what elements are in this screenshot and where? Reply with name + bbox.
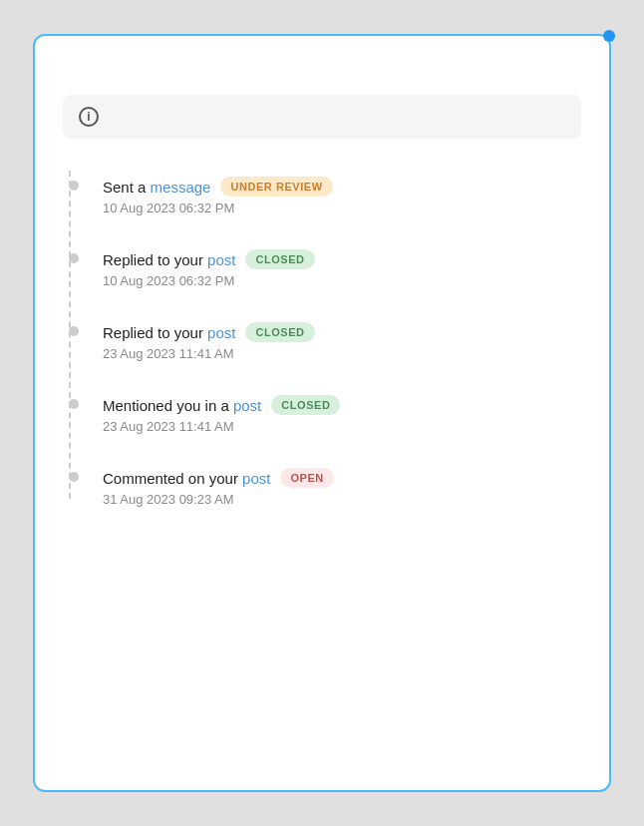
item-timestamp: 23 Aug 2023 11:41 AM — [103, 419, 581, 434]
item-text-prefix: Mentioned you in a post — [103, 397, 261, 414]
status-badge: CLOSED — [245, 322, 314, 342]
timeline-item: Mentioned you in a post CLOSED 23 Aug 20… — [83, 381, 581, 454]
item-row: Commented on your post OPEN — [103, 468, 581, 488]
item-row: Mentioned you in a post CLOSED — [103, 395, 581, 415]
timeline-item: Commented on your post OPEN 31 Aug 2023 … — [83, 454, 581, 507]
timeline-item: Replied to your post CLOSED 10 Aug 2023 … — [83, 235, 581, 308]
main-card: i Sent a message UNDER REVIEW 10 Aug 202… — [33, 34, 611, 792]
status-badge: OPEN — [280, 468, 333, 488]
item-text-prefix: Commented on your post — [103, 470, 270, 487]
status-badge: CLOSED — [245, 249, 314, 269]
tab-bar — [63, 64, 581, 77]
timeline-dot — [69, 326, 79, 336]
status-badge: UNDER REVIEW — [220, 177, 332, 197]
item-timestamp: 23 Aug 2023 11:41 AM — [103, 346, 581, 361]
corner-dot — [603, 30, 615, 42]
item-link[interactable]: post — [233, 397, 261, 414]
item-row: Replied to your post CLOSED — [103, 249, 581, 269]
item-link[interactable]: post — [207, 324, 235, 341]
timeline-dot — [69, 472, 79, 482]
item-text-prefix: Replied to your post — [103, 251, 235, 268]
timeline-item: Sent a message UNDER REVIEW 10 Aug 2023 … — [83, 163, 581, 235]
item-row: Sent a message UNDER REVIEW — [103, 177, 581, 197]
item-timestamp: 31 Aug 2023 09:23 AM — [103, 492, 581, 507]
timeline-dot — [69, 253, 79, 263]
timeline: Sent a message UNDER REVIEW 10 Aug 2023 … — [63, 163, 581, 507]
item-link[interactable]: post — [207, 251, 235, 268]
timeline-dot — [69, 181, 79, 191]
timeline-dot — [69, 399, 79, 409]
item-text-prefix: Replied to your post — [103, 324, 235, 341]
info-banner: i — [63, 95, 581, 139]
item-timestamp: 10 Aug 2023 06:32 PM — [103, 273, 581, 288]
timeline-item: Replied to your post CLOSED 23 Aug 2023 … — [83, 308, 581, 381]
item-timestamp: 10 Aug 2023 06:32 PM — [103, 201, 581, 215]
status-badge: CLOSED — [271, 395, 340, 415]
item-text-prefix: Sent a message — [103, 179, 210, 196]
item-link[interactable]: message — [151, 179, 211, 196]
info-icon: i — [79, 107, 99, 127]
item-link[interactable]: post — [242, 470, 270, 487]
item-row: Replied to your post CLOSED — [103, 322, 581, 342]
